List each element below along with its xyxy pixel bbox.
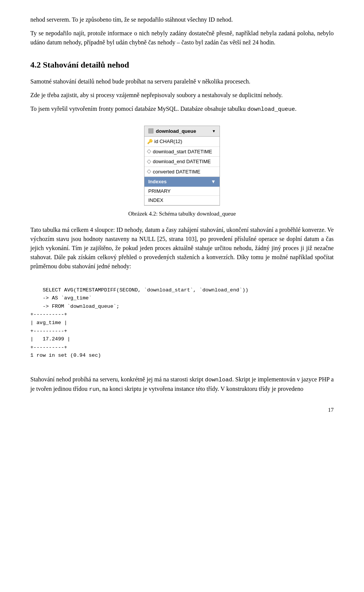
dropdown-arrow-icon: ▼ — [212, 128, 216, 134]
table-icon-svg — [148, 128, 154, 134]
page-content: nehod serverem. To je způsobeno tím, že … — [30, 15, 334, 414]
column-name-download-end: download_end DATETIME — [153, 158, 211, 165]
table-column-download-start: download_start DATETIME — [144, 147, 220, 157]
table-diagram-header: download_queue ▼ — [144, 126, 220, 137]
paragraph-2: Ty se nepodařilo najít, protože informac… — [30, 29, 334, 47]
table-column-converted: converted DATETIME — [144, 167, 220, 177]
table-diagram: download_queue ▼ 🔑 id CHAR(12) download_… — [144, 126, 220, 206]
table-name: download_queue — [156, 128, 196, 135]
paragraph-9: Stahování nehod probíhá na serveru, konk… — [30, 375, 334, 394]
column-name-id: id CHAR(12) — [154, 138, 182, 145]
indexes-header: Indexes ▼ — [144, 177, 220, 187]
paragraph-3: Samotné stahování detailů nehod bude pro… — [30, 77, 334, 86]
paragraph-5: To jsem vyřešil vytvořením fronty pomocí… — [30, 104, 334, 114]
index-index: INDEX — [144, 196, 220, 205]
diamond-icon-1 — [147, 150, 151, 154]
figure-caption: Obrázek 4.2: Schéma tabulky download_que… — [30, 209, 334, 218]
page-number: 17 — [30, 406, 334, 414]
code-block: SELECT AVG(TIMESTAMPDIFF(SECOND, `downlo… — [30, 278, 334, 368]
section-heading: 4.2 Stahování detailů nehod — [30, 58, 334, 71]
paragraph-6: Tato tabulka má celkem 4 sloupce: ID neh… — [30, 225, 334, 271]
indexes-dropdown-arrow: ▼ — [211, 178, 216, 186]
table-column-id: 🔑 id CHAR(12) — [144, 137, 220, 147]
paragraph-4: Zde je třeba zajistit, aby si procesy vz… — [30, 91, 334, 100]
column-name-converted: converted DATETIME — [153, 168, 200, 176]
table-column-download-end: download_end DATETIME — [144, 157, 220, 167]
index-primary: PRIMARY — [144, 187, 220, 196]
diamond-icon-2 — [147, 159, 151, 164]
column-name-download-start: download_start DATETIME — [153, 148, 212, 156]
paragraph-1: nehod serverem. To je způsobeno tím, že … — [30, 15, 334, 24]
table-icon — [148, 128, 154, 134]
diamond-icon-3 — [147, 170, 151, 174]
primary-key-icon: 🔑 — [147, 139, 152, 144]
table-diagram-wrapper: download_queue ▼ 🔑 id CHAR(12) download_… — [30, 126, 334, 206]
